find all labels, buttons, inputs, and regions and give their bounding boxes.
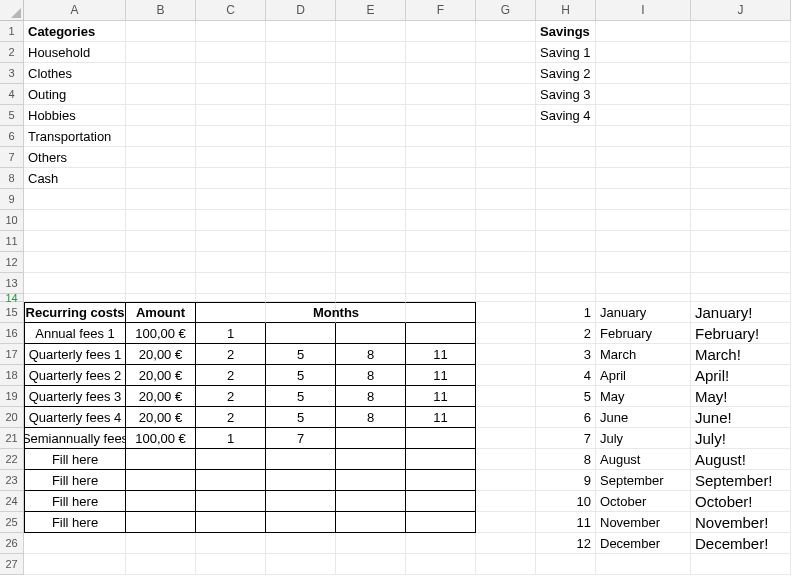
cell-J17[interactable]: March! — [691, 344, 791, 365]
cell-E3[interactable] — [336, 63, 406, 84]
cell-G2[interactable] — [476, 42, 536, 63]
cell-E15[interactable] — [336, 302, 406, 323]
row-header-18[interactable]: 18 — [0, 365, 24, 386]
cell-G15[interactable] — [476, 302, 536, 323]
row-header-3[interactable]: 3 — [0, 63, 24, 84]
cell-A11[interactable] — [24, 231, 126, 252]
col-header-J[interactable]: J — [691, 0, 791, 21]
cell-E10[interactable] — [336, 210, 406, 231]
cell-G21[interactable] — [476, 428, 536, 449]
cell-C14[interactable] — [196, 294, 266, 302]
cell-D14[interactable] — [266, 294, 336, 302]
cell-C19[interactable]: 2 — [196, 386, 266, 407]
cell-F25[interactable] — [406, 512, 476, 533]
cell-B3[interactable] — [126, 63, 196, 84]
cell-B8[interactable] — [126, 168, 196, 189]
cell-F13[interactable] — [406, 273, 476, 294]
cell-I25[interactable]: November — [596, 512, 691, 533]
cell-B25[interactable] — [126, 512, 196, 533]
cell-J5[interactable] — [691, 105, 791, 126]
cell-C13[interactable] — [196, 273, 266, 294]
cell-D1[interactable] — [266, 21, 336, 42]
cell-G3[interactable] — [476, 63, 536, 84]
cell-F23[interactable] — [406, 470, 476, 491]
cell-B24[interactable] — [126, 491, 196, 512]
cell-D9[interactable] — [266, 189, 336, 210]
cell-B23[interactable] — [126, 470, 196, 491]
cell-B1[interactable] — [126, 21, 196, 42]
cell-D19[interactable]: 5 — [266, 386, 336, 407]
cell-H20[interactable]: 6 — [536, 407, 596, 428]
cell-F27[interactable] — [406, 554, 476, 575]
cell-F16[interactable] — [406, 323, 476, 344]
cell-J18[interactable]: April! — [691, 365, 791, 386]
cell-J21[interactable]: July! — [691, 428, 791, 449]
cell-B12[interactable] — [126, 252, 196, 273]
cell-F14[interactable] — [406, 294, 476, 302]
cell-B21[interactable]: 100,00 € — [126, 428, 196, 449]
cell-H5[interactable]: Saving 4 — [536, 105, 596, 126]
cell-H8[interactable] — [536, 168, 596, 189]
cell-F3[interactable] — [406, 63, 476, 84]
cell-D17[interactable]: 5 — [266, 344, 336, 365]
cell-B18[interactable]: 20,00 € — [126, 365, 196, 386]
col-header-D[interactable]: D — [266, 0, 336, 21]
cell-F15[interactable] — [406, 302, 476, 323]
cell-G10[interactable] — [476, 210, 536, 231]
cell-F18[interactable]: 11 — [406, 365, 476, 386]
cell-D11[interactable] — [266, 231, 336, 252]
cell-A18[interactable]: Quarterly fees 2 — [24, 365, 126, 386]
cell-G22[interactable] — [476, 449, 536, 470]
cell-H2[interactable]: Saving 1 — [536, 42, 596, 63]
cell-G18[interactable] — [476, 365, 536, 386]
cell-D18[interactable]: 5 — [266, 365, 336, 386]
cell-B22[interactable] — [126, 449, 196, 470]
cell-J19[interactable]: May! — [691, 386, 791, 407]
cell-J6[interactable] — [691, 126, 791, 147]
cell-E22[interactable] — [336, 449, 406, 470]
cell-E24[interactable] — [336, 491, 406, 512]
spreadsheet-grid[interactable]: ABCDEFGHIJ1CategoriesSavings2HouseholdSa… — [0, 0, 800, 575]
cell-F1[interactable] — [406, 21, 476, 42]
cell-G14[interactable] — [476, 294, 536, 302]
cell-I8[interactable] — [596, 168, 691, 189]
cell-E19[interactable]: 8 — [336, 386, 406, 407]
cell-B19[interactable]: 20,00 € — [126, 386, 196, 407]
cell-A12[interactable] — [24, 252, 126, 273]
cell-E25[interactable] — [336, 512, 406, 533]
row-header-23[interactable]: 23 — [0, 470, 24, 491]
row-header-7[interactable]: 7 — [0, 147, 24, 168]
cell-G9[interactable] — [476, 189, 536, 210]
cell-E18[interactable]: 8 — [336, 365, 406, 386]
cell-C20[interactable]: 2 — [196, 407, 266, 428]
cell-H7[interactable] — [536, 147, 596, 168]
col-header-F[interactable]: F — [406, 0, 476, 21]
cell-E2[interactable] — [336, 42, 406, 63]
cell-A4[interactable]: Outing — [24, 84, 126, 105]
row-header-20[interactable]: 20 — [0, 407, 24, 428]
row-header-17[interactable]: 17 — [0, 344, 24, 365]
cell-C2[interactable] — [196, 42, 266, 63]
cell-G4[interactable] — [476, 84, 536, 105]
cell-A17[interactable]: Quarterly fees 1 — [24, 344, 126, 365]
cell-A19[interactable]: Quarterly fees 3 — [24, 386, 126, 407]
cell-B17[interactable]: 20,00 € — [126, 344, 196, 365]
cell-D3[interactable] — [266, 63, 336, 84]
cell-D10[interactable] — [266, 210, 336, 231]
cell-H3[interactable]: Saving 2 — [536, 63, 596, 84]
cell-J20[interactable]: June! — [691, 407, 791, 428]
cell-J2[interactable] — [691, 42, 791, 63]
cell-C23[interactable] — [196, 470, 266, 491]
col-header-B[interactable]: B — [126, 0, 196, 21]
cell-J13[interactable] — [691, 273, 791, 294]
cell-C8[interactable] — [196, 168, 266, 189]
cell-H10[interactable] — [536, 210, 596, 231]
cell-I5[interactable] — [596, 105, 691, 126]
cell-H14[interactable] — [536, 294, 596, 302]
cell-E13[interactable] — [336, 273, 406, 294]
cell-I1[interactable] — [596, 21, 691, 42]
row-header-5[interactable]: 5 — [0, 105, 24, 126]
cell-B10[interactable] — [126, 210, 196, 231]
cell-G27[interactable] — [476, 554, 536, 575]
cell-J23[interactable]: September! — [691, 470, 791, 491]
